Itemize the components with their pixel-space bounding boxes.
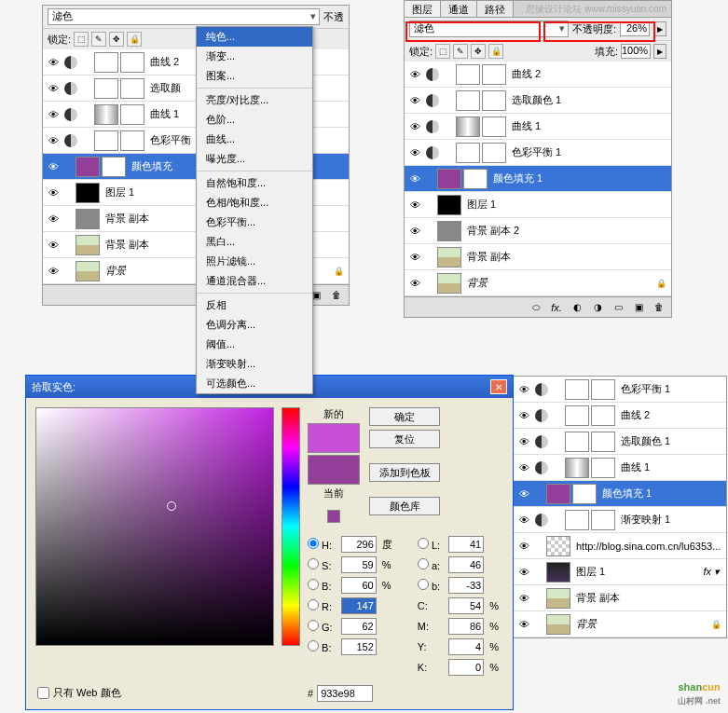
g-radio[interactable] — [308, 620, 319, 631]
visibility-icon[interactable]: 👁 — [516, 591, 531, 606]
fill-arrow[interactable]: ▶ — [653, 44, 666, 59]
r-radio[interactable] — [308, 599, 319, 610]
lock-position-icon[interactable]: ✥ — [471, 44, 486, 59]
visibility-icon[interactable]: 👁 — [46, 238, 61, 253]
visibility-icon[interactable]: 👁 — [407, 119, 422, 134]
reset-button[interactable]: 复位 — [369, 430, 440, 448]
layer-name[interactable]: 图层 1 — [463, 198, 668, 212]
visibility-icon[interactable]: 👁 — [516, 408, 531, 423]
layer-row[interactable]: 👁背景🔒 — [405, 270, 671, 296]
lock-all-icon[interactable]: 🔒 — [127, 32, 142, 47]
dropdown-item[interactable]: 纯色... — [197, 27, 312, 47]
add-swatch-button[interactable]: 添加到色板 — [369, 463, 440, 482]
layer-row[interactable]: 👁色彩平衡 1 — [514, 377, 726, 403]
visibility-icon[interactable]: 👁 — [46, 159, 61, 174]
lock-position-icon[interactable]: ✥ — [109, 32, 124, 47]
folder-icon[interactable]: ▭ — [611, 301, 625, 314]
layer-name[interactable]: 图层 1 — [572, 565, 701, 579]
adjustment-icon[interactable]: ◑ — [590, 301, 605, 314]
bb-input[interactable] — [341, 638, 377, 655]
visibility-icon[interactable]: 👁 — [46, 81, 61, 96]
layer-row[interactable]: 👁背景🔒 — [514, 611, 726, 638]
dropdown-item[interactable]: 阈值... — [197, 335, 312, 354]
layer-name[interactable]: 色彩平衡 1 — [508, 145, 668, 159]
close-button[interactable]: ✕ — [490, 379, 507, 394]
current-color-preview[interactable] — [308, 455, 360, 485]
lock-transparent-icon[interactable]: ⬚ — [74, 32, 89, 47]
bb2-radio[interactable] — [308, 640, 319, 651]
visibility-icon[interactable]: 👁 — [516, 382, 531, 397]
visibility-icon[interactable]: 👁 — [407, 93, 422, 108]
layer-name[interactable]: 选取颜色 1 — [617, 434, 723, 448]
layer-row[interactable]: 👁曲线 1 — [514, 455, 726, 481]
trash-icon[interactable]: 🗑 — [652, 301, 666, 314]
dropdown-item[interactable]: 反相 — [197, 295, 312, 315]
layer-row[interactable]: 👁背景 副本 — [405, 244, 671, 270]
layer-name[interactable]: 选取颜色 1 — [508, 93, 668, 107]
tab-channels[interactable]: 通道 — [441, 1, 477, 17]
s-radio[interactable] — [308, 558, 319, 569]
h-radio[interactable] — [308, 538, 319, 549]
blend-mode-select[interactable]: 滤色 — [409, 21, 569, 37]
visibility-icon[interactable]: 👁 — [407, 171, 422, 186]
layer-name[interactable]: 曲线 1 — [508, 119, 668, 133]
dropdown-item[interactable]: 曝光度... — [197, 149, 312, 169]
a-radio[interactable] — [418, 558, 429, 569]
link-icon[interactable]: ⬭ — [529, 301, 543, 314]
dropdown-item[interactable]: 曲线... — [197, 130, 312, 149]
opacity-input[interactable]: 26% — [620, 21, 650, 36]
blend-mode-select[interactable]: 滤色 — [48, 8, 320, 25]
fx-badge[interactable]: fx ▾ — [703, 566, 720, 578]
layer-row[interactable]: 👁曲线 2 — [514, 403, 726, 429]
layer-name[interactable]: 曲线 2 — [617, 408, 723, 422]
adjustment-dropdown[interactable]: 纯色...渐变...图案...亮度/对比度...色阶...曲线...曝光度...… — [196, 26, 313, 394]
fx-icon[interactable]: fx. — [549, 301, 564, 314]
dropdown-item[interactable]: 渐变映射... — [197, 354, 312, 374]
b-input[interactable] — [448, 577, 484, 594]
layer-row[interactable]: 👁选取颜色 1 — [405, 88, 671, 114]
visibility-icon[interactable]: 👁 — [407, 145, 422, 160]
dropdown-item[interactable]: 黑白... — [197, 232, 312, 252]
layer-name[interactable]: 渐变映射 1 — [617, 513, 723, 527]
layer-row[interactable]: 👁色彩平衡 1 — [405, 140, 671, 166]
layer-row[interactable]: 👁http://blog.sina.com.cn/lu6353... — [514, 533, 726, 559]
dropdown-item[interactable]: 照片滤镜... — [197, 252, 312, 271]
c-input[interactable] — [448, 597, 484, 614]
web-only-check[interactable]: 只有 Web 颜色 — [37, 686, 121, 700]
layer-row[interactable]: 👁渐变映射 1 — [514, 507, 726, 533]
visibility-icon[interactable]: 👁 — [516, 487, 531, 501]
y-input[interactable] — [448, 638, 484, 655]
layer-name[interactable]: 色彩平衡 1 — [617, 382, 723, 396]
l-input[interactable] — [448, 536, 484, 553]
bb-radio[interactable] — [418, 579, 429, 590]
k-input[interactable] — [448, 659, 484, 676]
l-radio[interactable] — [418, 538, 429, 549]
b-radio[interactable] — [308, 579, 319, 590]
layer-name[interactable]: 背景 — [572, 617, 709, 631]
visibility-icon[interactable]: 👁 — [516, 617, 531, 632]
layer-row[interactable]: 👁背景 副本 2 — [405, 218, 671, 244]
ok-button[interactable]: 确定 — [369, 407, 440, 426]
saturation-field[interactable] — [35, 407, 274, 646]
dropdown-item[interactable]: 色彩平衡... — [197, 213, 312, 232]
a-input[interactable] — [448, 556, 484, 573]
visibility-icon[interactable]: 👁 — [407, 276, 422, 291]
opacity-arrow[interactable]: ▶ — [653, 21, 666, 36]
layer-row[interactable]: 👁曲线 2 — [405, 62, 671, 88]
new-layer-icon[interactable]: ▣ — [631, 301, 646, 314]
layer-name[interactable]: 背景 — [463, 276, 654, 290]
layer-name[interactable]: 背景 副本 — [572, 591, 723, 605]
layer-row[interactable]: 👁曲线 1 — [405, 114, 671, 140]
visibility-icon[interactable]: 👁 — [516, 460, 531, 475]
color-library-button[interactable]: 颜色库 — [369, 497, 440, 515]
layer-row[interactable]: 👁颜色填充 1 — [405, 166, 671, 192]
visibility-icon[interactable]: 👁 — [407, 198, 422, 213]
visibility-icon[interactable]: 👁 — [46, 185, 61, 200]
visibility-icon[interactable]: 👁 — [516, 513, 531, 528]
dropdown-item[interactable]: 通道混合器... — [197, 271, 312, 291]
layer-row[interactable]: 👁图层 1fx ▾ — [514, 559, 726, 585]
layer-name[interactable]: 曲线 1 — [617, 460, 723, 474]
h-input[interactable] — [341, 536, 377, 553]
lock-transparent-icon[interactable]: ⬚ — [435, 44, 450, 59]
s-input[interactable] — [341, 556, 377, 573]
